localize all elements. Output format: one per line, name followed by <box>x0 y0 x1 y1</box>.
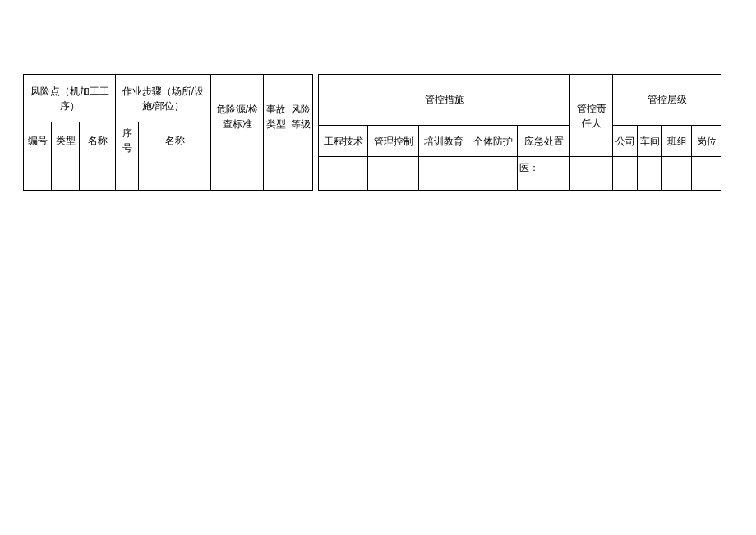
subheader-ppe: 个体防护 <box>468 125 518 156</box>
cell-training <box>419 157 468 191</box>
cell-accident <box>264 159 288 191</box>
header-accident-type: 事故类型 <box>264 75 288 159</box>
cell-seq <box>116 159 139 191</box>
header-work-step: 作业步骤（场所/设施/部位） <box>116 75 211 122</box>
table-row: 医： <box>319 157 721 191</box>
cell-name1 <box>80 159 116 191</box>
table-row: 风险点（机加工工序） 作业步骤（场所/设施/部位） 危险源/检查标准 事故类型 … <box>24 75 313 122</box>
cell-team <box>662 157 692 191</box>
cell-eng-tech <box>319 157 368 191</box>
subheader-seq: 序号 <box>116 122 139 159</box>
header-hazard-check: 危险源/检查标准 <box>211 75 264 159</box>
cell-number <box>24 159 52 191</box>
table-container: 风险点（机加工工序） 作业步骤（场所/设施/部位） 危险源/检查标准 事故类型 … <box>23 74 733 191</box>
left-table: 风险点（机加工工序） 作业步骤（场所/设施/部位） 危险源/检查标准 事故类型 … <box>23 74 313 191</box>
cell-risk-level <box>288 159 313 191</box>
subheader-mgmt-ctrl: 管理控制 <box>368 125 419 156</box>
cell-name2 <box>139 159 211 191</box>
subheader-team: 班组 <box>662 125 692 156</box>
table-row: 工程技术 管理控制 培训教育 个体防护 应急处置 公司 车间 班组 岗位 <box>319 125 721 156</box>
right-table: 管控措施 管控责任人 管控层级 工程技术 管理控制 培训教育 个体防护 应急处置… <box>318 74 721 191</box>
cell-responsible <box>570 157 613 191</box>
header-risk-point: 风险点（机加工工序） <box>24 75 116 122</box>
subheader-type: 类型 <box>52 122 80 159</box>
cell-type <box>52 159 80 191</box>
subheader-eng-tech: 工程技术 <box>319 125 368 156</box>
subheader-emergency: 应急处置 <box>518 125 570 156</box>
header-risk-level: 风险等级 <box>288 75 313 159</box>
cell-ppe <box>468 157 518 191</box>
subheader-number: 编号 <box>24 122 52 159</box>
subheader-name2: 名称 <box>139 122 211 159</box>
cell-workshop <box>638 157 662 191</box>
subheader-name1: 名称 <box>80 122 116 159</box>
table-row: 管控措施 管控责任人 管控层级 <box>319 75 721 126</box>
subheader-workshop: 车间 <box>638 125 662 156</box>
cell-hazard <box>211 159 264 191</box>
subheader-company: 公司 <box>613 125 638 156</box>
table-row <box>24 159 313 191</box>
cell-company <box>613 157 638 191</box>
header-control-level: 管控层级 <box>613 75 721 126</box>
header-measures: 管控措施 <box>319 75 570 126</box>
cell-mgmt-ctrl <box>368 157 419 191</box>
subheader-training: 培训教育 <box>419 125 468 156</box>
header-responsible: 管控责任人 <box>570 75 613 157</box>
cell-post <box>692 157 721 191</box>
subheader-post: 岗位 <box>692 125 721 156</box>
cell-emergency: 医： <box>518 157 570 191</box>
